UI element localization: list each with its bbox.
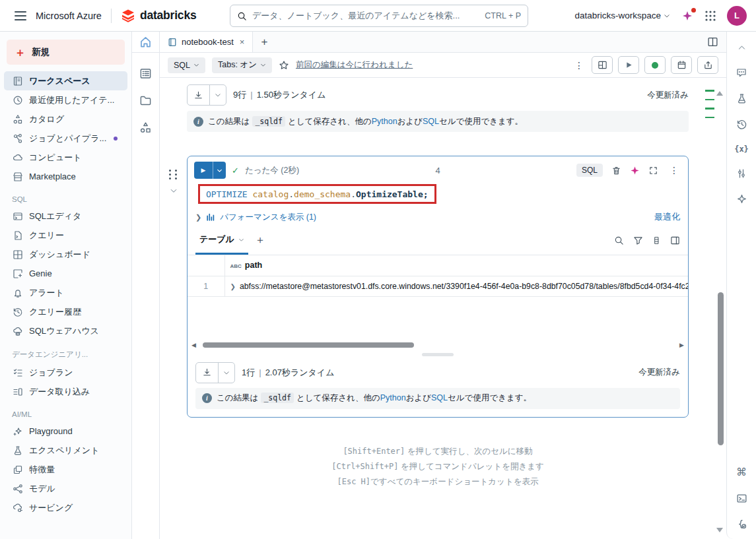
schedule-calendar-button[interactable] [671,56,692,74]
cell-kebab-icon[interactable]: ⋮ [667,165,681,175]
sidebar-item-features[interactable]: 特徴量 [4,460,127,479]
horizontal-scrollbar[interactable]: ◀ ▶ [188,340,688,350]
cell-run-status: たった今 [245,166,279,175]
columns-panel-icon[interactable] [670,236,680,245]
vscroll-thumb[interactable] [718,292,724,445]
sidebar-item-experiments[interactable]: エクスペリメント [4,441,127,460]
add-visualization-button[interactable]: ＋ [248,226,272,255]
table-of-contents-icon[interactable] [139,67,152,80]
home-icon[interactable] [132,32,159,53]
delete-cell-icon[interactable] [611,166,621,175]
chevron-right-icon[interactable]: ❯ [195,213,201,222]
sidebar-item-compute[interactable]: コンピュート [4,148,127,167]
command-palette-icon[interactable]: ⌘ [736,466,747,478]
comments-icon[interactable] [736,67,747,79]
run-all-button[interactable] [618,56,639,74]
filter-icon[interactable] [633,236,643,245]
cell-minimap[interactable] [705,90,714,118]
global-search-input[interactable]: データ、ノートブック、最近のアイテムなどを検索... CTRL + P [230,5,528,27]
row-height-icon[interactable] [652,236,661,245]
run-cell-button[interactable]: ▶ [194,162,226,179]
ai-assistant-icon[interactable] [681,9,694,22]
download-options-chevron-icon[interactable] [219,363,234,383]
table-row[interactable]: 1 ❯abfss://metastore@metastorestv01.dfs.… [188,276,688,296]
sidebar-item-query-history[interactable]: クエリー履歴 [4,302,127,321]
app-grid-icon[interactable] [704,10,716,22]
avatar[interactable]: L [727,6,747,26]
brand-name: databricks [140,9,197,22]
favorite-star-icon[interactable] [279,60,289,71]
language-select[interactable]: SQL [168,57,205,73]
version-history-icon[interactable] [736,119,747,130]
run-options-chevron-icon[interactable] [213,162,226,179]
show-performance-link[interactable]: パフォーマンスを表示 (1) [220,212,316,223]
assistant-diamond-icon[interactable] [736,193,747,205]
sidebar-item-data-ingestion[interactable]: データ取り込み [4,382,127,401]
collapse-panel-chevron-icon[interactable] [738,44,746,52]
download-icon[interactable] [188,85,210,105]
catalog-strip-icon[interactable] [139,121,152,134]
sidebar-item-marketplace[interactable]: Marketplace [4,167,127,186]
variable-explorer-icon[interactable]: {x} [734,144,749,154]
tabs-toggle-select[interactable]: Tabs: オン [212,57,272,73]
play-icon[interactable]: ▶ [194,162,213,179]
assistant-sparkle-icon[interactable] [630,166,640,175]
new-button[interactable]: ＋ 新規 [7,40,125,65]
share-button[interactable] [697,56,718,74]
python-link[interactable]: Python [380,393,406,402]
column-header-path[interactable]: ABCpath [224,255,688,276]
sidebar-item-job-runs[interactable]: ジョブラン [4,363,127,382]
python-link[interactable]: Python [372,117,397,126]
sidebar-item-sql-editor[interactable]: SQLエディタ [4,206,127,226]
scroll-left-icon[interactable]: ◀ [191,342,196,348]
scroll-down-icon[interactable] [716,528,723,532]
tab-table[interactable]: テーブル [195,226,248,255]
download-results-button[interactable] [195,362,235,383]
folder-icon[interactable] [139,94,152,107]
cluster-status-button[interactable] [644,56,666,74]
cell-language-badge[interactable]: SQL [576,164,603,177]
sidebar-item-sql-warehouse[interactable]: SQLウェアハウス [4,321,127,340]
workspace-switcher[interactable]: databricks-workspace [574,11,670,20]
sidebar-item-serving[interactable]: サービング [4,498,127,517]
hscroll-thumb[interactable] [203,342,414,348]
last-edit-link[interactable]: 前回の編集は今に行われました [296,59,413,71]
expand-cell-icon[interactable] [648,166,658,175]
code-editor[interactable]: OPTIMIZE catalog.demo_schema.OptimizeTab… [188,184,688,208]
databricks-brand[interactable]: databricks [121,9,197,23]
scroll-right-icon[interactable]: ▶ [679,342,684,348]
sidebar-item-genie[interactable]: Genie [4,264,127,283]
sql-link[interactable]: SQL [431,393,448,402]
download-results-button[interactable] [187,84,226,106]
sidebar-item-catalog[interactable]: カタログ [4,110,127,129]
cell-drag-handle[interactable] [169,170,178,179]
result-resize-handle[interactable] [422,353,454,356]
sidebar-item-recents[interactable]: 最近使用したアイテ... [4,90,127,110]
optimize-link[interactable]: 最適化 [654,211,680,223]
scroll-up-icon[interactable] [716,91,723,96]
dashboard-layout-button[interactable] [592,56,613,74]
sidebar-item-alerts[interactable]: アラート [4,283,127,302]
sidebar-item-queries[interactable]: クエリー [4,226,127,245]
terminal-icon[interactable] [736,493,747,504]
experiments-flask-icon[interactable] [736,93,747,104]
search-results-icon[interactable] [614,236,624,245]
download-options-chevron-icon[interactable] [210,85,226,105]
tab-notebook-test[interactable]: notebook-test × [160,32,253,52]
split-view-icon[interactable] [707,32,726,52]
hamburger-menu-icon[interactable] [15,11,26,20]
collapse-cell-chevron-icon[interactable] [170,187,178,195]
sidebar-item-models[interactable]: モデル [4,479,127,498]
sidebar-item-dashboards[interactable]: ダッシュボード [4,245,127,264]
environment-sliders-icon[interactable] [736,168,747,179]
close-tab-icon[interactable]: × [240,37,245,47]
sidebar-item-playground[interactable]: Playground [4,422,127,441]
toolbar-kebab-icon[interactable]: ⋮ [572,60,586,71]
python-libraries-icon[interactable] [736,519,747,530]
expand-row-chevron-icon[interactable]: ❯ [230,283,236,290]
add-tab-button[interactable]: + [253,32,275,52]
sidebar-item-jobs-pipelines[interactable]: ジョブとパイプラ... [4,129,127,148]
sidebar-item-workspace[interactable]: ワークスペース [4,71,127,90]
download-icon[interactable] [196,363,219,383]
sql-link[interactable]: SQL [423,117,439,126]
